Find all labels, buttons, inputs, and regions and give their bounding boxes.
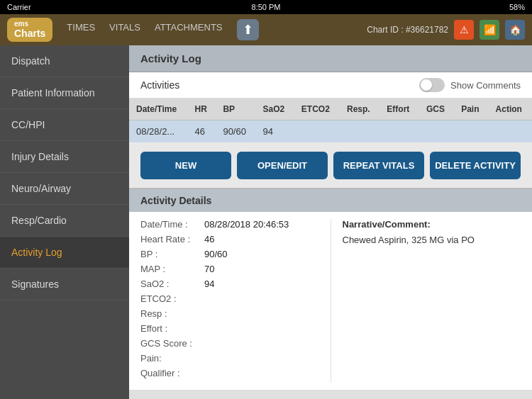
cell-sao2: 94: [256, 120, 294, 143]
carrier-label: Carrier: [7, 3, 31, 11]
sidebar-item-dispatch[interactable]: Dispatch: [0, 45, 129, 77]
upload-button[interactable]: ⬆: [237, 19, 259, 40]
tab-times[interactable]: TIMES: [67, 19, 95, 40]
col-effort: Effort: [379, 99, 419, 120]
detail-resp-row: Resp :: [140, 308, 319, 319]
narrative-label: Narrative/Comment:: [343, 219, 521, 230]
detail-datetime-label: Date/Time :: [140, 219, 204, 230]
sidebar-item-signatures[interactable]: Signatures: [0, 269, 129, 300]
repeat-vitals-button[interactable]: REPEAT VITALS: [333, 152, 424, 179]
logo-ems: ems: [14, 21, 45, 28]
sidebar-item-patient-information[interactable]: Patient Information: [0, 77, 129, 109]
detail-effort-row: Effort :: [140, 323, 319, 334]
detail-pain-row: Pain:: [140, 353, 319, 364]
cell-resp: [340, 120, 379, 143]
detail-etco2-label: ETCO2 :: [140, 293, 204, 304]
tab-attachments[interactable]: ATTACHMENTS: [155, 19, 223, 40]
detail-bp-label: BP :: [140, 249, 204, 259]
col-sao2: SaO2: [256, 99, 294, 120]
detail-map-value: 70: [204, 264, 214, 274]
battery-label: 58%: [509, 3, 525, 11]
sidebar-item-cc-hpi[interactable]: CC/HPI: [0, 109, 129, 141]
detail-map-row: MAP : 70: [140, 264, 319, 274]
col-hr: HR: [187, 99, 216, 120]
cell-datetime: 08/28/2...: [129, 120, 187, 143]
detail-heartrate-label: Heart Rate :: [140, 234, 204, 245]
sidebar: Dispatch Patient Information CC/HPI Inju…: [0, 45, 129, 399]
content-area: Activity Log Activities Show Comments Da…: [129, 45, 532, 399]
status-bar: Carrier 8:50 PM 58%: [0, 0, 532, 14]
detail-bp-value: 90/60: [204, 249, 228, 259]
detail-etco2-row: ETCO2 :: [140, 293, 319, 304]
tab-vitals[interactable]: VITALS: [109, 19, 140, 40]
warning-icon-button[interactable]: ⚠: [454, 20, 474, 40]
detail-sao2-row: SaO2 : 94: [140, 279, 319, 289]
logo-charts: Charts: [14, 28, 45, 39]
delete-activity-button[interactable]: DELETE ACTIVITY: [430, 152, 521, 179]
detail-sao2-label: SaO2 :: [140, 279, 204, 289]
nav-right: Chart ID : #36621782 ⚠ 📶 🏠: [367, 20, 525, 40]
chart-id: Chart ID : #36621782: [367, 25, 448, 35]
detail-resp-label: Resp :: [140, 308, 204, 319]
table-row[interactable]: 08/28/2... 46 90/60 94: [129, 120, 532, 143]
show-comments-label: Show Comments: [450, 80, 521, 91]
col-gcs: GCS: [419, 99, 454, 120]
cell-bp: 90/60: [216, 120, 255, 143]
status-right: 58%: [509, 3, 525, 11]
col-etco2: ETCO2: [294, 99, 340, 120]
detail-datetime-row: Date/Time : 08/28/2018 20:46:53: [140, 219, 319, 230]
detail-sao2-value: 94: [204, 279, 214, 289]
detail-datetime-value: 08/28/2018 20:46:53: [204, 219, 289, 230]
cell-pain: [454, 120, 488, 143]
cell-effort: [379, 120, 419, 143]
cell-gcs: [419, 120, 454, 143]
activities-label: Activities: [140, 79, 179, 91]
wifi-icon-button[interactable]: 📶: [480, 20, 499, 40]
col-pain: Pain: [454, 99, 488, 120]
home-icon-button[interactable]: 🏠: [505, 20, 525, 40]
activity-log-header: Activity Log: [129, 45, 532, 72]
show-comments-toggle[interactable]: Show Comments: [419, 78, 521, 92]
col-resp: Resp.: [340, 99, 379, 120]
details-right-column: Narrative/Comment: Chewed Aspirin, 325 M…: [331, 219, 533, 383]
action-buttons: NEW OPEN/EDIT REPEAT VITALS DELETE ACTIV…: [129, 143, 532, 188]
activities-bar: Activities Show Comments: [129, 72, 532, 99]
details-left-column: Date/Time : 08/28/2018 20:46:53 Heart Ra…: [129, 219, 331, 383]
sidebar-item-resp-cardio[interactable]: Resp/Cardio: [0, 205, 129, 237]
detail-qualifier-label: Qualifier :: [140, 368, 204, 378]
top-nav: ems Charts TIMES VITALS ATTACHMENTS ⬆ Ch…: [0, 14, 532, 45]
detail-pain-label: Pain:: [140, 353, 204, 364]
time-label: 8:50 PM: [252, 3, 281, 11]
detail-gcs-label: GCS Score :: [140, 338, 204, 349]
detail-bp-row: BP : 90/60: [140, 249, 319, 259]
main-layout: Dispatch Patient Information CC/HPI Inju…: [0, 45, 532, 399]
detail-gcs-row: GCS Score :: [140, 338, 319, 349]
activity-details-header: Activity Details: [129, 189, 532, 212]
sidebar-item-activity-log[interactable]: Activity Log: [0, 237, 129, 269]
sidebar-item-injury-details[interactable]: Injury Details: [0, 141, 129, 173]
detail-map-label: MAP :: [140, 264, 204, 274]
toggle-switch[interactable]: [419, 78, 445, 92]
logo: ems Charts: [7, 18, 52, 42]
cell-hr: 46: [187, 120, 216, 143]
vitals-table: Date/Time HR BP SaO2 ETCO2 Resp. Effort …: [129, 99, 532, 143]
col-datetime: Date/Time: [129, 99, 187, 120]
nav-tabs: TIMES VITALS ATTACHMENTS ⬆: [67, 19, 367, 40]
activity-details-section: Activity Details Date/Time : 08/28/2018 …: [129, 188, 532, 390]
cell-action: [489, 120, 532, 143]
detail-heartrate-value: 46: [204, 234, 214, 245]
detail-qualifier-row: Qualifier :: [140, 368, 319, 378]
sidebar-item-neuro-airway[interactable]: Neuro/Airway: [0, 173, 129, 205]
activity-details-body: Date/Time : 08/28/2018 20:46:53 Heart Ra…: [129, 212, 532, 390]
open-edit-button[interactable]: OPEN/EDIT: [237, 152, 328, 179]
detail-effort-label: Effort :: [140, 323, 204, 334]
detail-heartrate-row: Heart Rate : 46: [140, 234, 319, 245]
col-bp: BP: [216, 99, 255, 120]
new-button[interactable]: NEW: [140, 152, 231, 179]
col-action: Action: [489, 99, 532, 120]
cell-etco2: [294, 120, 340, 143]
narrative-text: Chewed Aspirin, 325 MG via PO: [343, 234, 521, 247]
